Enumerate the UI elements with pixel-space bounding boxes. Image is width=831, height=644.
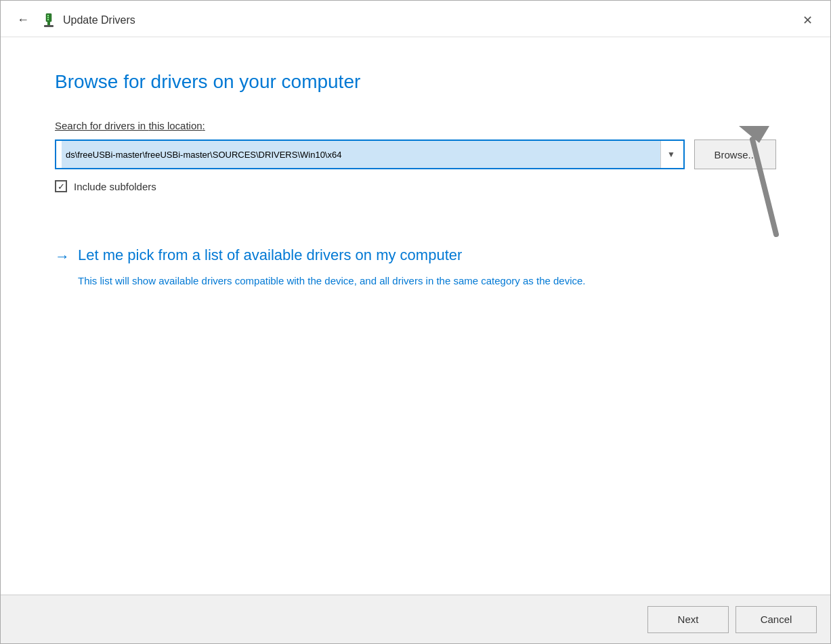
location-label-underline: this location [148, 120, 202, 131]
svg-rect-4 [47, 17, 49, 18]
close-icon: ✕ [803, 14, 813, 27]
dialog-content: Browse for drivers on your computer Sear… [1, 37, 830, 595]
path-input-row: ds\freeUSBi-master\freeUSBi-master\SOURC… [55, 139, 776, 169]
dialog-title: Update Drivers [63, 14, 135, 26]
svg-rect-1 [47, 22, 50, 25]
link-section: → Let me pick from a list of available d… [55, 246, 776, 289]
checkbox-row: Include subfolders [55, 180, 776, 192]
close-button[interactable]: ✕ [796, 12, 819, 29]
title-bar-left: ← Update Drivers [12, 10, 135, 30]
svg-rect-5 [47, 19, 49, 20]
include-subfolders-checkbox[interactable] [55, 180, 67, 192]
next-button[interactable]: Next [647, 606, 729, 633]
pick-from-list-link[interactable]: Let me pick from a list of available dri… [78, 246, 462, 264]
browse-button[interactable]: Browse... [694, 139, 776, 169]
device-icon [41, 13, 56, 28]
footer: Next Cancel [1, 595, 830, 643]
title-bar: ← Update Drivers ✕ [1, 1, 830, 37]
back-button[interactable]: ← [12, 10, 35, 30]
include-subfolders-label[interactable]: Include subfolders [74, 181, 156, 192]
location-label-end: : [203, 120, 205, 131]
location-label: Search for drivers in this location: [55, 120, 776, 131]
svg-rect-2 [44, 25, 54, 27]
path-input-wrapper[interactable]: ds\freeUSBi-master\freeUSBi-master\SOURC… [55, 139, 685, 169]
dropdown-arrow[interactable]: ▼ [660, 141, 681, 168]
update-drivers-dialog: ← Update Drivers ✕ Browse for drive [0, 0, 831, 644]
link-arrow-icon: → [55, 248, 70, 265]
back-icon: ← [17, 13, 29, 27]
path-display[interactable]: ds\freeUSBi-master\freeUSBi-master\SOURC… [62, 141, 660, 168]
cancel-button[interactable]: Cancel [736, 606, 817, 633]
location-label-start: Search for drivers in [55, 120, 148, 131]
pick-from-list-row: → Let me pick from a list of available d… [55, 246, 776, 265]
link-description: This list will show available drivers co… [78, 274, 776, 289]
svg-rect-3 [47, 15, 49, 16]
section-title: Browse for drivers on your computer [55, 71, 776, 93]
